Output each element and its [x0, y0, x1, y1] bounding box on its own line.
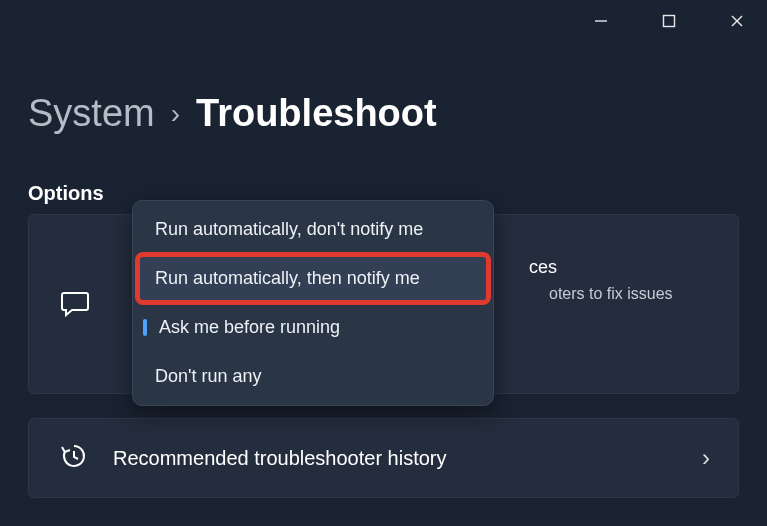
recommended-troubleshooter-history-row[interactable]: Recommended troubleshooter history ›: [28, 418, 739, 498]
breadcrumb: System › Troubleshoot: [28, 92, 437, 135]
card-subtitle-fragment: oters to fix issues: [549, 285, 673, 303]
dropdown-item-ask-before[interactable]: Ask me before running: [137, 303, 489, 352]
history-row-label: Recommended troubleshooter history: [113, 447, 702, 470]
page-title: Troubleshoot: [196, 92, 437, 135]
close-button[interactable]: [717, 6, 757, 36]
chevron-right-icon: ›: [702, 444, 710, 472]
minimize-button[interactable]: [581, 6, 621, 36]
section-heading-options: Options: [28, 182, 104, 205]
chat-bubble-icon: [59, 287, 91, 323]
card-title-fragment: ces: [529, 257, 557, 278]
troubleshooter-preference-dropdown[interactable]: Run automatically, don't notify me Run a…: [132, 200, 494, 406]
maximize-button[interactable]: [649, 6, 689, 36]
dropdown-item-dont-run[interactable]: Don't run any: [137, 352, 489, 401]
dropdown-item-run-auto-no-notify[interactable]: Run automatically, don't notify me: [137, 205, 489, 254]
window-controls: [581, 6, 757, 36]
history-icon: [59, 441, 89, 475]
svg-rect-1: [664, 16, 675, 27]
breadcrumb-parent[interactable]: System: [28, 92, 155, 135]
chevron-right-icon: ›: [171, 98, 180, 130]
dropdown-item-run-auto-notify[interactable]: Run automatically, then notify me: [137, 254, 489, 303]
